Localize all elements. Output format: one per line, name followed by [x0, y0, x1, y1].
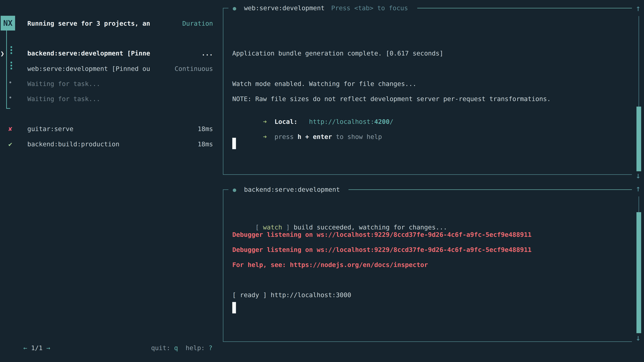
pager-page-indicator: 1/1	[27, 344, 46, 352]
panel-status-dot-icon: ●	[233, 187, 236, 193]
panel-border-corner	[223, 8, 228, 8]
task-name: backend:serve:development [Pinne	[27, 49, 150, 57]
local-url-slash[interactable]: /	[390, 118, 394, 125]
task-duration: 18ms	[198, 125, 213, 133]
panel-border-left	[223, 8, 224, 175]
pager: ← 1/1 →	[8, 336, 50, 360]
watch-text: build succeeded, watching for changes...	[294, 224, 447, 231]
task-tree-rail-foot	[6, 108, 10, 109]
panel-border-corner	[223, 189, 228, 190]
local-port[interactable]: 4200	[374, 118, 390, 125]
help-keys: h + enter	[298, 133, 332, 140]
help-hint-line: ➜ press h + enter to show help	[232, 125, 382, 148]
help-key: ?	[209, 344, 212, 352]
panel-title: web:serve:development	[244, 4, 324, 12]
panel-border-left	[223, 189, 224, 342]
waiting-dot-icon	[10, 81, 11, 83]
scrollbar-track[interactable]	[638, 16, 639, 107]
debugger-line: Debugger listening on ws://localhost:922…	[232, 231, 532, 239]
waiting-dot-icon	[10, 96, 11, 98]
local-url[interactable]: http://localhost:	[309, 118, 374, 125]
task-success-icon: ✔	[8, 140, 12, 148]
arrow-icon: ➜	[255, 118, 274, 125]
task-duration: Continuous	[174, 65, 213, 72]
task-name: backend:build:production	[27, 140, 120, 148]
terminal-cursor	[232, 138, 236, 149]
task-list-title: Running serve for 3 projects, an	[27, 19, 150, 27]
running-spinner-icon	[10, 46, 12, 55]
nx-tui-screen: NX Running serve for 3 projects, an Dura…	[0, 0, 644, 362]
arrow-icon: ➜	[255, 133, 274, 140]
scroll-down-arrow[interactable]: ↓	[636, 171, 641, 180]
terminal-line: NOTE: Raw file sizes do not reflect deve…	[232, 95, 551, 103]
task-name: guitar:serve	[27, 125, 74, 133]
task-duration: 18ms	[198, 140, 213, 148]
task-name: Waiting for task...	[27, 80, 100, 88]
ready-line: [ ready ] http://localhost:3000	[232, 291, 351, 299]
keyboard-hints: quit: q help: ?	[136, 336, 212, 360]
panel-border-top	[348, 189, 632, 190]
duration-column-header: Duration	[182, 19, 213, 27]
task-tree-rail	[6, 30, 7, 109]
scrollbar-thumb[interactable]	[636, 212, 641, 333]
nx-logo: NX	[1, 16, 15, 30]
terminal-line: Watch mode enabled. Watching for file ch…	[232, 80, 416, 88]
panel-border-top	[417, 8, 632, 8]
bracket-close: ]	[282, 224, 294, 231]
quit-key: q	[174, 344, 178, 352]
terminal-cursor	[232, 302, 236, 313]
panel-title: backend:serve:development	[244, 186, 340, 193]
local-label: Local:	[274, 118, 298, 125]
selected-task-chevron-icon: ❯	[0, 50, 4, 57]
quit-hint-label: quit:	[151, 344, 174, 352]
help-post: to show help	[332, 133, 382, 140]
task-name: web:serve:development [Pinned ou	[27, 65, 150, 72]
task-duration: ...	[202, 49, 213, 57]
task-failed-icon: ✘	[8, 125, 12, 133]
scroll-up-arrow[interactable]: ↑	[636, 4, 641, 12]
panel-border-bottom	[223, 341, 632, 342]
bracket-open: [	[255, 224, 263, 231]
watch-tag: watch	[263, 224, 282, 231]
terminal-line: Application bundle generation complete. …	[232, 49, 443, 57]
help-pre: press	[274, 133, 298, 140]
debugger-line: Debugger listening on ws://localhost:922…	[232, 246, 532, 254]
panel-status-dot-icon: ●	[233, 5, 236, 11]
panel-focus-hint: Press <tab> to focus	[331, 4, 408, 12]
panel-border-bottom	[223, 174, 632, 175]
scroll-down-arrow[interactable]: ↓	[636, 334, 641, 342]
running-spinner-icon	[10, 62, 12, 71]
pager-next-arrow[interactable]: →	[46, 344, 50, 352]
task-name: Waiting for task...	[27, 95, 100, 103]
scrollbar-track[interactable]	[638, 196, 639, 212]
help-hint-label: help:	[178, 344, 209, 352]
pager-prev-arrow[interactable]: ←	[24, 344, 27, 352]
scrollbar-thumb[interactable]	[636, 107, 641, 171]
scroll-up-arrow[interactable]: ↑	[636, 184, 641, 193]
inspector-help-line: For help, see: https://nodejs.org/en/doc…	[232, 261, 428, 269]
